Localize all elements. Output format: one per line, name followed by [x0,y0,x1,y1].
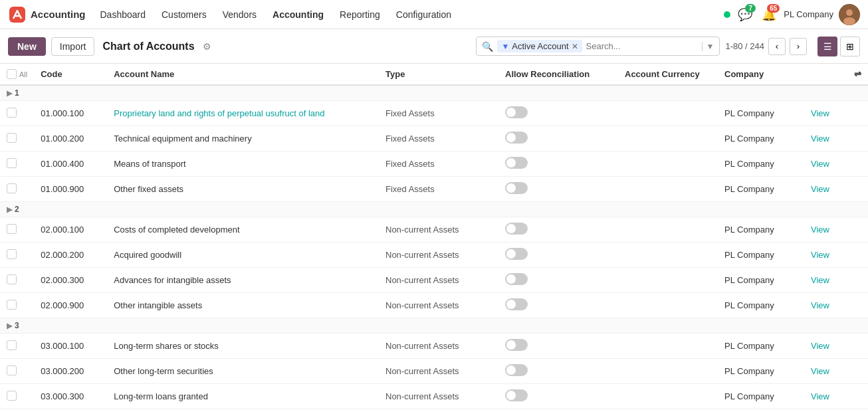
th-reconcile[interactable]: Allow Reconciliation [498,64,618,85]
group-header-row[interactable]: ▶ 2 [0,202,868,217]
nav-configuration[interactable]: Configuration [389,5,458,24]
group-header-row[interactable]: ▶ 3 [0,318,868,334]
row-view-link[interactable]: View [804,359,844,384]
pivot-view-button[interactable]: ⊞ [840,37,860,56]
row-view-link[interactable]: View [804,384,844,409]
reconcile-toggle[interactable] [505,132,528,144]
row-reconcile[interactable] [498,217,618,243]
row-account-name[interactable]: Advances for intangible assets [107,268,379,293]
row-view-link[interactable]: View [804,101,844,126]
group-arrow[interactable]: ▶ [7,89,12,98]
list-view-button[interactable]: ☰ [817,37,837,56]
row-reconcile[interactable] [498,334,618,359]
row-currency [618,359,718,384]
row-account-name[interactable]: Means of transport [107,152,379,177]
row-account-name[interactable]: Other fixed assets [107,177,379,202]
row-reconcile[interactable] [498,359,618,384]
th-company[interactable]: Company [718,64,804,85]
row-reconcile[interactable] [498,152,618,177]
row-checkbox[interactable] [7,158,17,168]
nav-accounting[interactable]: Accounting [266,5,330,24]
reconcile-toggle[interactable] [505,182,528,194]
row-account-name[interactable]: Acquired goodwill [107,243,379,268]
filter-remove-button[interactable]: ✕ [572,42,578,51]
group-arrow[interactable]: ▶ [7,322,12,330]
th-col-settings[interactable]: ⇌ [844,64,868,85]
th-account-name[interactable]: Account Name [107,64,379,85]
row-view-link[interactable]: View [804,243,844,268]
row-account-name[interactable]: Other long-term securities [107,359,379,384]
reconcile-toggle[interactable] [505,106,528,118]
row-account-name[interactable]: Long-term shares or stocks [107,334,379,359]
row-checkbox[interactable] [7,108,17,118]
notifications-button[interactable]: 🔔 65 [760,5,778,24]
reconcile-toggle[interactable] [505,157,528,169]
group-header-row[interactable]: ▶ 1 [0,85,868,101]
pagination-prev[interactable]: ‹ [768,38,786,55]
row-reconcile[interactable] [498,268,618,293]
search-dropdown-button[interactable]: ▼ [702,42,714,51]
app-logo[interactable]: Accounting [8,5,86,24]
row-checkbox[interactable] [7,340,17,350]
reconcile-toggle[interactable] [505,248,528,260]
row-code: 03.000.100 [34,334,107,359]
row-reconcile[interactable] [498,101,618,126]
nav-customers[interactable]: Customers [155,5,213,24]
settings-icon[interactable]: ⚙ [203,41,211,52]
row-view-link[interactable]: View [804,217,844,243]
nav-reporting[interactable]: Reporting [333,5,387,24]
reconcile-toggle[interactable] [505,223,528,235]
pagination: 1-80 / 244 ‹ › [725,38,807,55]
import-button[interactable]: Import [51,37,95,56]
row-checkbox[interactable] [7,249,17,259]
row-view-link[interactable]: View [804,268,844,293]
reconcile-toggle[interactable] [505,273,528,285]
row-reconcile[interactable] [498,177,618,202]
pagination-next[interactable]: › [790,38,807,55]
search-input[interactable] [586,41,698,51]
row-view-link[interactable]: View [804,177,844,202]
pagination-range: 1-80 / 244 [725,41,764,51]
row-reconcile[interactable] [498,126,618,152]
row-checkbox[interactable] [7,391,17,401]
messages-button[interactable]: 💬 7 [736,5,754,24]
row-view-link[interactable]: View [804,152,844,177]
group-arrow[interactable]: ▶ [7,205,12,214]
row-account-name[interactable]: Costs of completed development [107,217,379,243]
row-currency [618,126,718,152]
row-account-name[interactable]: Long-term loans granted [107,384,379,409]
row-reconcile[interactable] [498,384,618,409]
row-account-name[interactable]: Technical equipment and machinery [107,126,379,152]
select-all-checkbox[interactable] [7,69,17,79]
row-checkbox-cell [0,243,34,268]
search-bar: 🔍 ▼ Active Account ✕ ▼ [476,37,720,56]
row-view-link[interactable]: View [804,126,844,152]
new-button[interactable]: New [8,37,46,56]
row-reconcile[interactable] [498,293,618,318]
row-checkbox[interactable] [7,365,17,375]
nav-dashboard[interactable]: Dashboard [94,5,153,24]
row-extra [844,177,868,202]
row-checkbox-cell [0,126,34,152]
row-checkbox[interactable] [7,274,17,284]
row-reconcile[interactable] [498,243,618,268]
row-checkbox[interactable] [7,224,17,234]
reconcile-toggle[interactable] [505,298,528,310]
reconcile-toggle[interactable] [505,389,528,401]
row-view-link[interactable]: View [804,334,844,359]
row-checkbox[interactable] [7,133,17,143]
row-checkbox[interactable] [7,183,17,193]
reconcile-toggle[interactable] [505,339,528,351]
th-currency[interactable]: Account Currency [618,64,718,85]
row-extra [844,152,868,177]
th-code[interactable]: Code [34,64,107,85]
row-company: PL Company [718,359,804,384]
row-view-link[interactable]: View [804,293,844,318]
row-account-name[interactable]: Proprietary land and rights of perpetual… [107,101,379,126]
user-avatar[interactable] [839,4,860,25]
row-account-name[interactable]: Other intangible assets [107,293,379,318]
reconcile-toggle[interactable] [505,364,528,376]
th-type[interactable]: Type [379,64,498,85]
row-checkbox[interactable] [7,300,17,310]
nav-vendors[interactable]: Vendors [216,5,263,24]
